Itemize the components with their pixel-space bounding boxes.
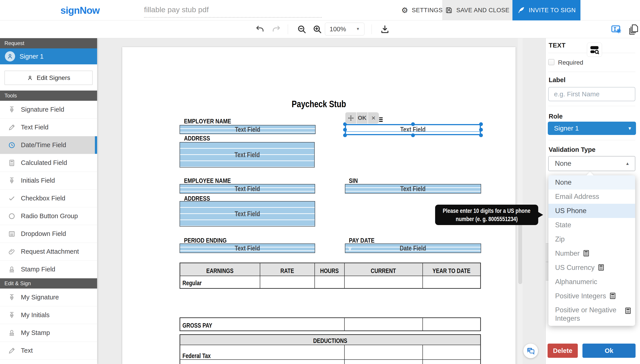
pay-date-field[interactable]: v Date Field xyxy=(345,244,481,253)
resize-handle[interactable] xyxy=(411,134,415,137)
download-button[interactable] xyxy=(380,24,390,34)
tool-my-signature[interactable]: My Signature xyxy=(0,288,97,306)
option-email-address[interactable]: Email Address xyxy=(548,190,635,204)
document-scrollbar-thumb[interactable] xyxy=(518,222,522,284)
field-settings-button[interactable] xyxy=(611,24,620,33)
period-ending-field[interactable]: Text Field xyxy=(179,244,315,253)
resize-handle[interactable] xyxy=(411,122,415,126)
stamp-icon xyxy=(8,329,16,337)
address-label: ADDRESS xyxy=(184,134,217,142)
option-zip[interactable]: Zip xyxy=(548,232,635,246)
calculator-icon xyxy=(597,264,605,272)
document-scrollbar-track[interactable] xyxy=(518,38,523,364)
label-input[interactable] xyxy=(548,87,635,101)
tool-dropdown-field[interactable]: Dropdown Field xyxy=(0,225,97,243)
required-checkbox[interactable] xyxy=(548,59,554,65)
resize-handle[interactable] xyxy=(343,128,347,132)
dropdown-list-icon xyxy=(8,230,16,238)
move-field-button[interactable] xyxy=(345,112,356,124)
zoom-level-select[interactable]: 100% ▼ xyxy=(325,23,364,36)
document-title[interactable]: fillable pay stub pdf xyxy=(144,5,322,18)
address2-field[interactable]: Text Field xyxy=(179,201,315,226)
tools-header-label: Tools xyxy=(5,92,17,99)
pen-nib-icon xyxy=(8,106,16,114)
stamp-icon xyxy=(8,266,16,273)
option-positive-integers[interactable]: Positive Integers xyxy=(548,289,635,303)
invite-to-sign-button[interactable]: INVITE TO SIGN xyxy=(512,0,580,20)
earnings-row-regular: Regular xyxy=(182,280,206,287)
option-positive-or-negative-integers[interactable]: Positive or Negative Integers xyxy=(548,303,635,326)
signer-1-row[interactable]: Signer 1 xyxy=(0,48,97,64)
pencil-icon xyxy=(8,347,16,354)
toolbar-divider xyxy=(288,24,288,34)
toolbar-divider xyxy=(371,24,372,34)
tool-todays-date[interactable]: Today's Date xyxy=(0,360,97,364)
close-field-button[interactable]: × xyxy=(368,112,379,124)
sin-field[interactable]: Text Field xyxy=(345,184,481,194)
tool-my-stamp[interactable]: My Stamp xyxy=(0,324,97,342)
option-state[interactable]: State xyxy=(548,218,635,232)
tool-signature-field[interactable]: Signature Field xyxy=(0,101,97,118)
caret-up-icon: ▲ xyxy=(625,161,629,166)
tool-radio-button-group[interactable]: Radio Button Group xyxy=(0,207,97,225)
settings-label: SETTINGS xyxy=(412,7,443,14)
tool-text-field[interactable]: Text Field xyxy=(0,118,97,136)
tool-date-time-field[interactable]: Date/Time Field xyxy=(0,136,97,154)
radio-circle-icon xyxy=(8,212,16,220)
zoom-in-button[interactable] xyxy=(312,24,322,34)
tool-stamp-field[interactable]: Stamp Field xyxy=(0,260,97,278)
tool-label: Text Field xyxy=(21,124,49,131)
redo-button[interactable] xyxy=(271,24,281,34)
settings-button[interactable]: ⚙ SETTINGS xyxy=(395,0,449,20)
tool-my-initials[interactable]: My Initials xyxy=(0,306,97,324)
ok-field-button[interactable]: OK xyxy=(357,112,367,124)
tool-text[interactable]: Text xyxy=(0,342,97,360)
save-and-close-button[interactable]: SAVE AND CLOSE xyxy=(442,0,512,20)
validation-type-select[interactable]: None ▲ xyxy=(548,156,635,171)
editor-toolbar: 100% ▼ xyxy=(0,20,640,38)
move-icon xyxy=(348,115,354,122)
save-and-close-label: SAVE AND CLOSE xyxy=(456,7,509,14)
pen-nib-icon xyxy=(8,294,16,301)
employee-name-field[interactable]: Text Field xyxy=(179,184,315,194)
feather-icon xyxy=(517,6,525,14)
sin-label: SIN xyxy=(349,177,360,184)
resize-handle[interactable] xyxy=(343,134,347,137)
resize-handle[interactable] xyxy=(479,134,483,137)
signer-avatar xyxy=(5,51,15,62)
signnow-editor: signNow fillable pay stub pdf ⚙ SETTINGS… xyxy=(0,0,640,364)
selected-field-toolbar: OK × xyxy=(345,112,379,124)
tool-initials-field[interactable]: Initials Field xyxy=(0,172,97,190)
request-section-header: Request xyxy=(0,38,97,48)
gear-icon: ⚙ xyxy=(401,6,408,14)
tool-calculated-field[interactable]: Calculated Field xyxy=(0,154,97,172)
tool-checkbox-field[interactable]: Checkbox Field xyxy=(0,190,97,207)
chat-fab[interactable] xyxy=(523,344,538,358)
role-select[interactable]: Signer 1 ▾ xyxy=(548,122,636,135)
fields-search-button[interactable] xyxy=(587,42,602,57)
request-header-label: Request xyxy=(5,40,24,46)
caret-down-icon: ▼ xyxy=(356,27,360,31)
pages-copy-button[interactable] xyxy=(628,24,638,33)
ok-button[interactable]: Ok xyxy=(582,344,635,358)
tool-request-attachment[interactable]: Request Attachment xyxy=(0,243,97,260)
option-us-phone[interactable]: US Phone xyxy=(548,204,635,218)
tool-label: Stamp Field xyxy=(21,266,55,273)
resize-handle[interactable] xyxy=(479,122,483,126)
address-field[interactable]: Text Field xyxy=(179,142,315,168)
calculator-icon xyxy=(624,307,631,315)
zoom-out-button[interactable] xyxy=(297,24,307,34)
option-number[interactable]: Number xyxy=(548,246,635,260)
edit-signers-label: Edit Signers xyxy=(37,74,70,82)
option-alphanumeric[interactable]: Alphanumeric xyxy=(548,275,635,289)
option-us-currency[interactable]: US Currency xyxy=(548,260,635,275)
tool-label: Dropdown Field xyxy=(21,230,66,238)
employer-name-field[interactable]: Text Field xyxy=(179,125,316,134)
tool-label: My Initials xyxy=(21,312,50,319)
option-none[interactable]: None xyxy=(548,175,635,190)
close-icon: × xyxy=(371,114,375,122)
edit-signers-button[interactable]: Edit Signers xyxy=(5,70,93,85)
delete-button[interactable]: Delete xyxy=(548,344,578,358)
undo-button[interactable] xyxy=(255,24,265,34)
resize-handle[interactable] xyxy=(479,128,483,132)
